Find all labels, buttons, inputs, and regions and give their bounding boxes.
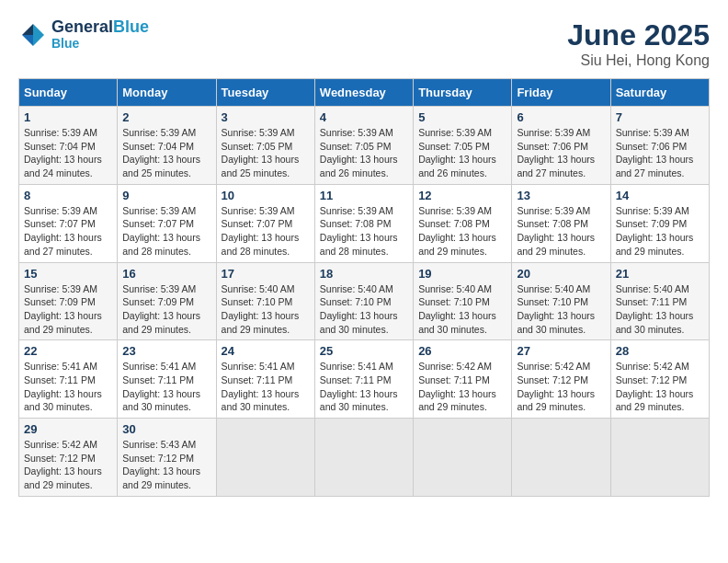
calendar-week-2: 8 Sunrise: 5:39 AM Sunset: 7:07 PM Dayli…: [19, 184, 710, 262]
day-info: Sunrise: 5:41 AM Sunset: 7:11 PM Dayligh…: [320, 360, 408, 414]
day-cell-25: 25 Sunrise: 5:41 AM Sunset: 7:11 PM Dayl…: [314, 340, 413, 419]
day-info: Sunrise: 5:40 AM Sunset: 7:11 PM Dayligh…: [616, 282, 704, 337]
day-cell-1: 1 Sunrise: 5:39 AM Sunset: 7:04 PM Dayli…: [19, 107, 118, 185]
col-saturday: Saturday: [610, 79, 709, 107]
day-info: Sunrise: 5:39 AM Sunset: 7:06 PM Dayligh…: [517, 126, 605, 180]
day-cell-6: 6 Sunrise: 5:39 AM Sunset: 7:06 PM Dayli…: [512, 107, 610, 185]
day-cell-3: 3 Sunrise: 5:39 AM Sunset: 7:05 PM Dayli…: [216, 107, 314, 185]
logo-icon: [18, 20, 48, 50]
day-cell-21: 21 Sunrise: 5:40 AM Sunset: 7:11 PM Dayl…: [610, 262, 709, 340]
col-thursday: Thursday: [414, 79, 512, 107]
day-cell-29: 29 Sunrise: 5:42 AM Sunset: 7:12 PM Dayl…: [19, 419, 118, 497]
col-wednesday: Wednesday: [314, 79, 413, 107]
day-number: 26: [418, 344, 506, 358]
col-monday: Monday: [118, 79, 216, 107]
day-number: 23: [122, 344, 210, 358]
calendar-week-4: 22 Sunrise: 5:41 AM Sunset: 7:11 PM Dayl…: [19, 340, 710, 419]
day-info: Sunrise: 5:42 AM Sunset: 7:12 PM Dayligh…: [517, 360, 605, 414]
col-friday: Friday: [512, 79, 610, 107]
col-tuesday: Tuesday: [216, 79, 314, 107]
day-cell-18: 18 Sunrise: 5:40 AM Sunset: 7:10 PM Dayl…: [314, 262, 413, 340]
day-info: Sunrise: 5:40 AM Sunset: 7:10 PM Dayligh…: [320, 282, 408, 337]
day-number: 17: [222, 267, 310, 281]
day-info: Sunrise: 5:39 AM Sunset: 7:09 PM Dayligh…: [616, 204, 704, 259]
day-number: 14: [616, 189, 704, 202]
day-info: Sunrise: 5:39 AM Sunset: 7:08 PM Dayligh…: [517, 204, 605, 259]
day-number: 24: [222, 344, 310, 358]
empty-cell: [610, 419, 709, 497]
day-cell-22: 22 Sunrise: 5:41 AM Sunset: 7:11 PM Dayl…: [19, 340, 118, 419]
day-number: 9: [122, 189, 210, 202]
calendar-week-1: 1 Sunrise: 5:39 AM Sunset: 7:04 PM Dayli…: [19, 107, 710, 185]
calendar-week-3: 15 Sunrise: 5:39 AM Sunset: 7:09 PM Dayl…: [19, 262, 710, 340]
day-cell-7: 7 Sunrise: 5:39 AM Sunset: 7:06 PM Dayli…: [610, 107, 709, 185]
day-cell-10: 10 Sunrise: 5:39 AM Sunset: 7:07 PM Dayl…: [216, 184, 314, 262]
day-cell-8: 8 Sunrise: 5:39 AM Sunset: 7:07 PM Dayli…: [19, 184, 118, 262]
day-cell-17: 17 Sunrise: 5:40 AM Sunset: 7:10 PM Dayl…: [216, 262, 314, 340]
day-number: 8: [24, 189, 112, 202]
day-number: 16: [122, 267, 210, 281]
title-area: June 2025 Siu Hei, Hong Kong: [567, 18, 710, 69]
calendar-title: June 2025: [567, 18, 710, 52]
day-info: Sunrise: 5:39 AM Sunset: 7:08 PM Dayligh…: [320, 204, 408, 259]
day-cell-30: 30 Sunrise: 5:43 AM Sunset: 7:12 PM Dayl…: [118, 419, 216, 497]
day-cell-14: 14 Sunrise: 5:39 AM Sunset: 7:09 PM Dayl…: [610, 184, 709, 262]
svg-marker-1: [22, 24, 33, 35]
day-info: Sunrise: 5:39 AM Sunset: 7:07 PM Dayligh…: [122, 204, 210, 259]
day-number: 5: [418, 110, 506, 124]
day-info: Sunrise: 5:39 AM Sunset: 7:05 PM Dayligh…: [222, 126, 310, 180]
day-info: Sunrise: 5:42 AM Sunset: 7:11 PM Dayligh…: [418, 360, 506, 414]
day-number: 27: [517, 344, 605, 358]
day-info: Sunrise: 5:42 AM Sunset: 7:12 PM Dayligh…: [616, 360, 704, 414]
empty-cell: [512, 419, 610, 497]
day-info: Sunrise: 5:43 AM Sunset: 7:12 PM Dayligh…: [122, 438, 210, 492]
day-cell-16: 16 Sunrise: 5:39 AM Sunset: 7:09 PM Dayl…: [118, 262, 216, 340]
day-number: 1: [24, 110, 112, 124]
day-number: 6: [517, 110, 605, 124]
day-number: 21: [616, 267, 704, 281]
col-sunday: Sunday: [19, 79, 118, 107]
day-number: 25: [320, 344, 408, 358]
day-cell-15: 15 Sunrise: 5:39 AM Sunset: 7:09 PM Dayl…: [19, 262, 118, 340]
svg-marker-0: [33, 24, 44, 35]
day-info: Sunrise: 5:39 AM Sunset: 7:04 PM Dayligh…: [24, 126, 112, 180]
calendar-week-5: 29 Sunrise: 5:42 AM Sunset: 7:12 PM Dayl…: [19, 419, 710, 497]
day-cell-24: 24 Sunrise: 5:41 AM Sunset: 7:11 PM Dayl…: [216, 340, 314, 419]
day-info: Sunrise: 5:42 AM Sunset: 7:12 PM Dayligh…: [24, 438, 112, 492]
day-number: 10: [222, 189, 310, 202]
empty-cell: [216, 419, 314, 497]
day-info: Sunrise: 5:39 AM Sunset: 7:08 PM Dayligh…: [418, 204, 506, 259]
day-number: 2: [122, 110, 210, 124]
day-number: 13: [517, 189, 605, 202]
day-info: Sunrise: 5:41 AM Sunset: 7:11 PM Dayligh…: [24, 360, 112, 414]
day-cell-26: 26 Sunrise: 5:42 AM Sunset: 7:11 PM Dayl…: [414, 340, 512, 419]
day-cell-12: 12 Sunrise: 5:39 AM Sunset: 7:08 PM Dayl…: [414, 184, 512, 262]
day-info: Sunrise: 5:41 AM Sunset: 7:11 PM Dayligh…: [222, 360, 310, 414]
day-number: 7: [616, 110, 704, 124]
day-number: 4: [320, 110, 408, 124]
day-info: Sunrise: 5:39 AM Sunset: 7:07 PM Dayligh…: [222, 204, 310, 259]
day-info: Sunrise: 5:40 AM Sunset: 7:10 PM Dayligh…: [418, 282, 506, 337]
day-info: Sunrise: 5:40 AM Sunset: 7:10 PM Dayligh…: [517, 282, 605, 337]
header: GeneralBlue Blue June 2025 Siu Hei, Hong…: [18, 18, 710, 69]
day-info: Sunrise: 5:39 AM Sunset: 7:04 PM Dayligh…: [122, 126, 210, 180]
calendar-subtitle: Siu Hei, Hong Kong: [567, 52, 710, 69]
day-cell-19: 19 Sunrise: 5:40 AM Sunset: 7:10 PM Dayl…: [414, 262, 512, 340]
day-number: 20: [517, 267, 605, 281]
svg-marker-3: [33, 35, 44, 46]
day-info: Sunrise: 5:40 AM Sunset: 7:10 PM Dayligh…: [222, 282, 310, 337]
day-number: 29: [24, 422, 112, 436]
day-number: 15: [24, 267, 112, 281]
calendar-body: 1 Sunrise: 5:39 AM Sunset: 7:04 PM Dayli…: [19, 107, 710, 497]
day-info: Sunrise: 5:39 AM Sunset: 7:07 PM Dayligh…: [24, 204, 112, 259]
day-info: Sunrise: 5:39 AM Sunset: 7:09 PM Dayligh…: [24, 282, 112, 337]
day-number: 12: [418, 189, 506, 202]
day-cell-13: 13 Sunrise: 5:39 AM Sunset: 7:08 PM Dayl…: [512, 184, 610, 262]
day-cell-11: 11 Sunrise: 5:39 AM Sunset: 7:08 PM Dayl…: [314, 184, 413, 262]
day-cell-2: 2 Sunrise: 5:39 AM Sunset: 7:04 PM Dayli…: [118, 107, 216, 185]
calendar-table: Sunday Monday Tuesday Wednesday Thursday…: [18, 78, 710, 497]
logo: GeneralBlue Blue: [18, 18, 149, 51]
day-number: 11: [320, 189, 408, 202]
day-cell-5: 5 Sunrise: 5:39 AM Sunset: 7:05 PM Dayli…: [414, 107, 512, 185]
empty-cell: [414, 419, 512, 497]
